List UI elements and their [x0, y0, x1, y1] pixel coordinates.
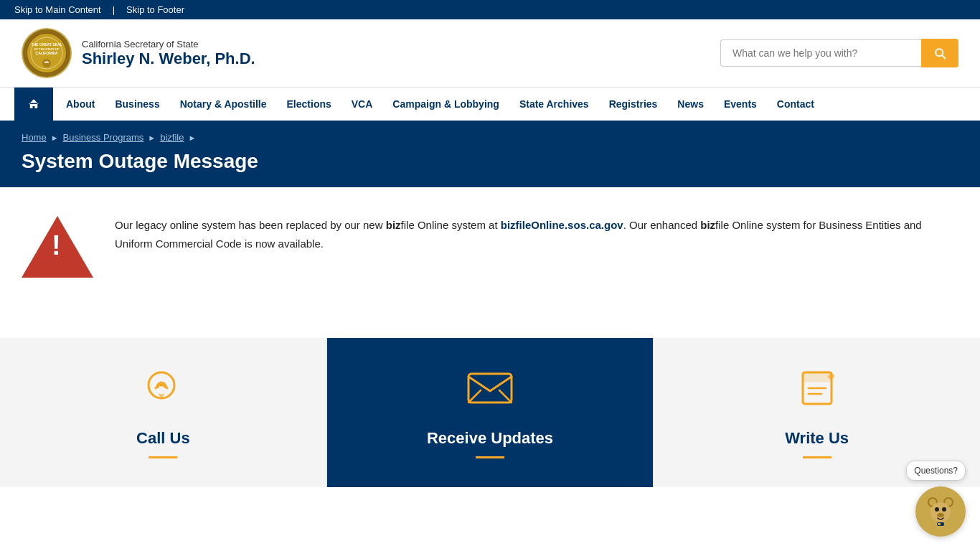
card-receive-updates[interactable]: Receive Updates	[327, 338, 654, 487]
svg-point-8	[160, 384, 163, 387]
alert-box: ! Our legacy online system has been repl…	[22, 216, 958, 281]
card-call-us-title: Call Us	[136, 429, 190, 448]
main-content: ! Our legacy online system has been repl…	[0, 187, 980, 338]
svg-point-7	[156, 385, 159, 388]
skip-footer-link[interactable]: Skip to Footer	[126, 4, 184, 15]
chat-bear-button[interactable]	[915, 486, 966, 487]
alert-icon-container: !	[22, 216, 93, 281]
alert-text-after: . Our enhanced	[623, 219, 701, 231]
seal-svg: THE GREAT SEAL OF THE STATE OF CALIFORNI…	[25, 32, 68, 75]
card-receive-updates-underline	[476, 456, 504, 458]
breadcrumb-arrow-1: ►	[51, 133, 59, 142]
receive-updates-icon	[465, 367, 515, 412]
header: THE GREAT SEAL OF THE STATE OF CALIFORNI…	[0, 19, 980, 88]
nav-item-news[interactable]: News	[667, 88, 714, 120]
nav-item-contact[interactable]: Contact	[767, 88, 824, 120]
chat-bubble: Questions?	[906, 461, 966, 481]
skip-main-link[interactable]: Skip to Main Content	[14, 4, 101, 15]
header-subtitle: California Secretary of State	[82, 39, 255, 50]
page-title: System Outage Message	[22, 150, 958, 173]
nav-item-business[interactable]: Business	[105, 88, 169, 120]
nav-item-about[interactable]: About	[56, 88, 105, 120]
svg-rect-10	[468, 374, 512, 402]
search-area	[720, 39, 958, 67]
cards-section: Call Us Receive Updates Write Us	[0, 338, 980, 487]
breadcrumb-home[interactable]: Home	[22, 132, 47, 143]
warning-exclamation: !	[52, 232, 61, 259]
state-seal: THE GREAT SEAL OF THE STATE OF CALIFORNI…	[22, 28, 72, 78]
breadcrumb-section: Home ► Business Programs ► bizfile ► Sys…	[0, 122, 980, 187]
phone-bubble-svg	[141, 367, 184, 410]
nav-item-elections[interactable]: Elections	[277, 88, 341, 120]
write-svg	[796, 367, 839, 410]
card-write-us-title: Write Us	[785, 429, 849, 448]
header-brand: THE GREAT SEAL OF THE STATE OF CALIFORNI…	[22, 28, 255, 78]
svg-text:CALIFORNIA: CALIFORNIA	[36, 51, 58, 55]
svg-point-9	[164, 385, 166, 388]
nav-home-button[interactable]	[14, 88, 53, 121]
alert-biz1: biz	[386, 219, 401, 231]
header-title: Shirley N. Weber, Ph.D.	[82, 50, 255, 68]
chat-widget: Questions?	[906, 461, 966, 487]
nav-item-campaign[interactable]: Campaign & Lobbying	[382, 88, 509, 120]
breadcrumb: Home ► Business Programs ► bizfile ►	[22, 132, 958, 143]
search-button[interactable]	[921, 39, 958, 67]
header-title-block: California Secretary of State Shirley N.…	[82, 39, 255, 68]
card-receive-updates-title: Receive Updates	[427, 429, 553, 448]
alert-text-before: Our legacy online system has been replac…	[115, 219, 386, 231]
nav-item-events[interactable]: Events	[714, 88, 767, 120]
home-icon	[27, 98, 40, 110]
email-svg	[465, 367, 515, 410]
main-nav: About Business Notary & Apostille Electi…	[0, 88, 980, 122]
breadcrumb-bizfile[interactable]: bizfile	[160, 132, 184, 143]
card-call-us-underline	[149, 456, 177, 458]
breadcrumb-bizprograms[interactable]: Business Programs	[63, 132, 144, 143]
nav-item-vca[interactable]: VCA	[341, 88, 383, 120]
call-us-icon	[141, 367, 184, 412]
alert-link[interactable]: bizfileOnline.sos.ca.gov	[501, 219, 623, 231]
alert-biz2: biz	[700, 219, 715, 231]
nav-item-registries[interactable]: Registries	[599, 88, 668, 120]
nav-item-notary[interactable]: Notary & Apostille	[170, 88, 277, 120]
skip-bar: Skip to Main Content | Skip to Footer	[0, 0, 980, 19]
search-input[interactable]	[720, 39, 921, 67]
alert-text: Our legacy online system has been replac…	[115, 216, 958, 253]
search-icon	[933, 46, 947, 60]
nav-item-archives[interactable]: State Archives	[509, 88, 599, 120]
svg-text:THE GREAT SEAL: THE GREAT SEAL	[31, 42, 62, 47]
card-call-us[interactable]: Call Us	[0, 338, 327, 487]
breadcrumb-arrow-2: ►	[148, 133, 156, 142]
breadcrumb-arrow-3: ►	[188, 133, 196, 142]
warning-icon: !	[22, 216, 93, 281]
card-write-us-underline	[803, 456, 831, 458]
alert-text-middle1: file Online system at	[401, 219, 501, 231]
write-us-icon	[796, 367, 839, 412]
